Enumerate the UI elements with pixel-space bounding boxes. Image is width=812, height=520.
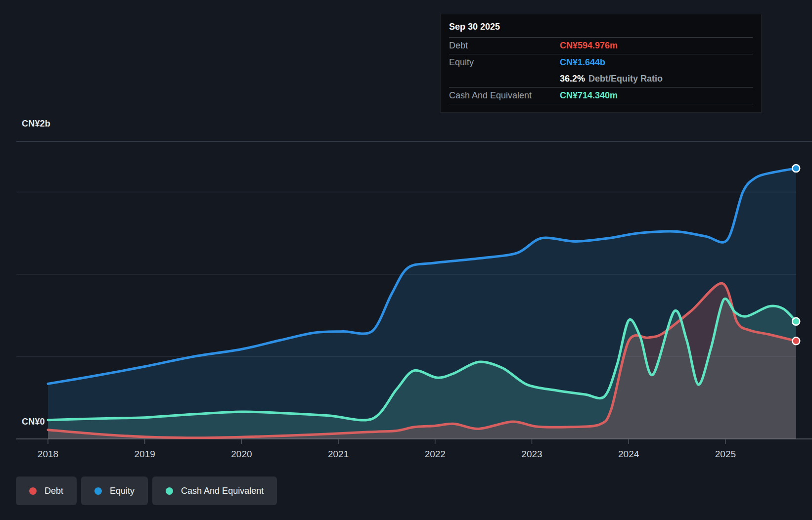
year-label-2018: 2018 [38, 449, 58, 459]
year-label-2020: 2020 [231, 449, 252, 459]
legend-item-debt[interactable]: Debt [16, 477, 77, 505]
legend-equity-label: Equity [110, 486, 135, 496]
legend-item-cash[interactable]: Cash And Equivalent [152, 477, 277, 505]
year-label-2022: 2022 [425, 449, 446, 459]
x-axis [16, 439, 812, 444]
tooltip-ratio-value: 36.2% [560, 74, 585, 84]
year-label-2021: 2021 [328, 449, 349, 459]
chart-legend: Debt Equity Cash And Equivalent [16, 477, 277, 505]
year-label-2024: 2024 [618, 449, 639, 459]
tooltip-ratio-label: Debt/Equity Ratio [588, 74, 663, 84]
tooltip-cash-value: CN¥714.340m [560, 90, 618, 101]
tooltip-equity-value: CN¥1.644b [560, 57, 605, 68]
area-fills [48, 169, 796, 439]
equity-color-dot-icon [94, 487, 102, 495]
tooltip-cash-label: Cash And Equivalent [449, 90, 560, 101]
debt-end-marker [792, 337, 800, 345]
chart-tooltip: Sep 30 2025 Debt CN¥594.976m Equity CN¥1… [440, 14, 762, 113]
debt-color-dot-icon [29, 487, 37, 495]
tooltip-row-debt: Debt CN¥594.976m [449, 38, 753, 54]
tooltip-row-equity: Equity CN¥1.644b [449, 54, 753, 71]
legend-debt-label: Debt [45, 486, 63, 496]
cash-color-dot-icon [166, 487, 173, 495]
debt-equity-history-chart[interactable]: 20182019202020212022202320242025 CN¥2b C… [0, 0, 812, 520]
tooltip-row-cash: Cash And Equivalent CN¥714.340m [449, 87, 753, 104]
year-label-2023: 2023 [521, 449, 542, 459]
legend-item-equity[interactable]: Equity [81, 477, 148, 505]
legend-cash-label: Cash And Equivalent [181, 486, 264, 496]
tooltip-row-ratio: 36.2% Debt/Equity Ratio [449, 71, 753, 87]
tooltip-debt-label: Debt [449, 41, 560, 51]
y-axis-max-label: CN¥2b [22, 119, 50, 129]
tooltip-debt-value: CN¥594.976m [560, 41, 618, 51]
year-label-2019: 2019 [135, 449, 155, 459]
year-label-2025: 2025 [715, 449, 736, 459]
y-axis-zero-label: CN¥0 [22, 417, 45, 427]
tooltip-equity-label: Equity [449, 57, 560, 68]
tooltip-date: Sep 30 2025 [449, 17, 753, 38]
cash-end-marker [792, 318, 800, 325]
x-axis-labels: 20182019202020212022202320242025 [38, 449, 736, 459]
equity-end-marker [792, 165, 800, 172]
